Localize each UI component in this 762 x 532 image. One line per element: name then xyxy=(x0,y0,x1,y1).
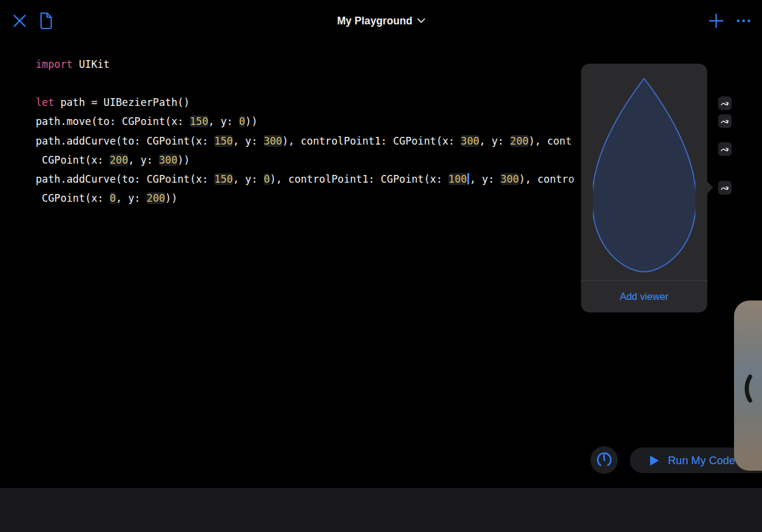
ellipsis-icon xyxy=(736,15,751,26)
popup-tail-pointer xyxy=(707,181,713,193)
wave-arrow-icon xyxy=(720,116,730,126)
code-token: CGPoint(x: xyxy=(36,192,110,204)
top-toolbar: My Playground xyxy=(0,0,762,42)
code-token: , y: xyxy=(479,135,510,147)
code-token: ), controlPoint1: CGPoint(x: xyxy=(270,173,448,185)
code-token: ), controlPoint1: CGPoint(x: xyxy=(282,135,461,147)
number-literal: 0 xyxy=(264,173,270,185)
code-token: , y: xyxy=(233,135,264,147)
number-literal: 150 xyxy=(214,173,233,185)
number-literal: 100 xyxy=(448,173,467,185)
number-literal: 0 xyxy=(239,115,245,127)
inline-result-button[interactable] xyxy=(718,96,732,110)
code-token: ), contro xyxy=(519,173,574,185)
number-literal: 300 xyxy=(501,173,519,185)
more-options-button[interactable] xyxy=(736,15,751,26)
code-token: path.addCurve(to: CGPoint(x: xyxy=(36,135,214,147)
chevron-down-icon xyxy=(417,18,425,23)
code-token: , y: xyxy=(470,173,501,185)
number-literal: 200 xyxy=(110,154,128,166)
code-token: , y: xyxy=(128,154,159,166)
code-token: , y: xyxy=(208,115,239,127)
code-token: )) xyxy=(165,192,177,204)
code-token: ), cont xyxy=(529,135,572,147)
number-literal: 150 xyxy=(190,115,208,127)
inline-result-button[interactable] xyxy=(718,181,732,195)
code-token: path.move(to: CGPoint(x: xyxy=(36,115,190,127)
execution-speed-button[interactable] xyxy=(591,446,618,474)
code-token: )) xyxy=(177,154,190,166)
play-icon xyxy=(649,455,660,467)
keyword-token: let xyxy=(36,96,54,108)
slide-over-handle-icon xyxy=(742,373,754,404)
code-token: UIKit xyxy=(73,58,110,70)
wave-arrow-icon xyxy=(720,183,730,193)
number-literal: 200 xyxy=(146,192,165,204)
shape-preview xyxy=(581,64,707,281)
slide-over-edge[interactable] xyxy=(734,301,762,471)
add-button[interactable] xyxy=(708,12,724,29)
inline-result-button[interactable] xyxy=(718,114,732,128)
viewer-popup: Add viewer xyxy=(581,64,707,312)
inline-result-button[interactable] xyxy=(718,142,732,156)
swift-playgrounds-window: My Playground import UIKitlet path = UIB… xyxy=(0,0,762,532)
teardrop-shape xyxy=(593,73,695,274)
code-token: CGPoint(x: xyxy=(36,154,110,166)
code-token: path.addCurve(to: CGPoint(x: xyxy=(36,173,214,185)
wave-arrow-icon xyxy=(720,144,730,154)
keyboard-accessory-bar: .==!=<><=>=+-*/%&<<&>>&|^.....< xyxy=(0,488,762,532)
number-literal: 300 xyxy=(264,135,282,147)
code-token: )) xyxy=(245,115,258,127)
number-literal: 150 xyxy=(214,135,233,147)
text-cursor xyxy=(467,173,469,184)
wave-arrow-icon xyxy=(720,98,730,108)
number-literal: 200 xyxy=(510,135,529,147)
add-viewer-button[interactable]: Add viewer xyxy=(581,281,707,312)
playground-title-menu[interactable]: My Playground xyxy=(0,0,762,42)
code-token: path = UIBezierPath() xyxy=(54,96,190,108)
speedometer-icon xyxy=(595,451,613,469)
keyword-token: import xyxy=(36,58,73,70)
plus-icon xyxy=(708,12,724,29)
number-literal: 300 xyxy=(461,135,479,147)
number-literal: 300 xyxy=(159,154,177,166)
code-token: , y: xyxy=(233,173,264,185)
page-title: My Playground xyxy=(337,15,413,27)
code-token: , y: xyxy=(116,192,147,204)
number-literal: 0 xyxy=(110,192,115,204)
